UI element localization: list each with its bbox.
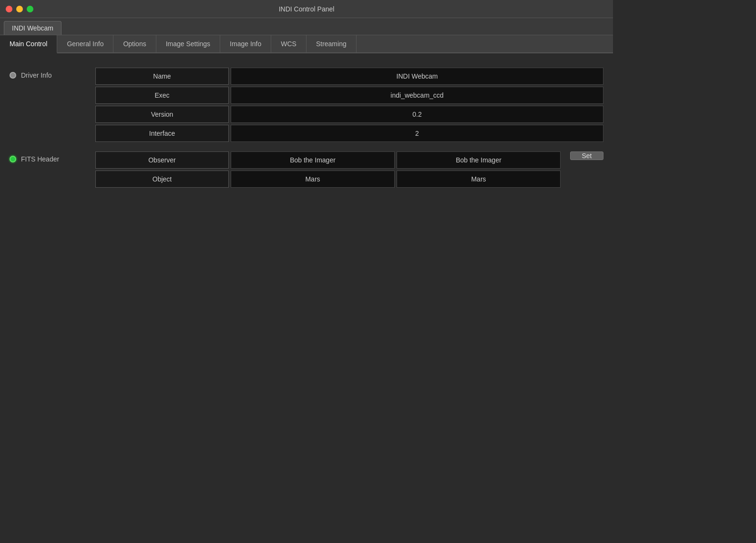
close-button[interactable] [6,6,12,12]
exec-field-label: Exec [95,87,229,104]
tab-bar: Main Control General Info Options Image … [0,35,613,53]
minimize-button[interactable] [16,6,23,12]
table-row: Version 0.2 [95,106,603,123]
fits-header-rows: Observer Bob the Imager Bob the Imager O… [95,151,561,188]
fits-header-status-dot [10,156,16,162]
name-field-label: Name [95,68,229,85]
object-value1[interactable]: Mars [231,171,395,188]
device-tab-indi-webcam[interactable]: INDI Webcam [4,21,61,35]
tab-options[interactable]: Options [113,35,156,52]
table-row: Exec indi_webcam_ccd [95,87,603,104]
fits-header-label: FITS Header [21,155,59,163]
table-row: Interface 2 [95,125,603,142]
fits-header-section: FITS Header Observer Bob the Imager Bob … [10,151,603,188]
driver-info-rows: Name INDI Webcam Exec indi_webcam_ccd Ve… [95,68,603,142]
observer-field-label: Observer [95,151,229,169]
interface-field-label: Interface [95,125,229,142]
tab-wcs[interactable]: WCS [271,35,306,52]
maximize-button[interactable] [27,6,33,12]
table-row: Observer Bob the Imager Bob the Imager [95,151,561,169]
set-button[interactable]: Set [570,151,603,160]
title-bar: INDI Control Panel [0,0,613,18]
tab-image-settings[interactable]: Image Settings [156,35,220,52]
window-controls [6,6,33,12]
device-tab-bar: INDI Webcam [0,18,613,35]
observer-value1[interactable]: Bob the Imager [231,151,395,169]
observer-value2: Bob the Imager [397,151,561,169]
version-field-value: 0.2 [231,106,603,123]
table-row: Object Mars Mars [95,171,561,188]
object-field-label: Object [95,171,229,188]
fits-header-indicator: FITS Header [10,151,86,163]
tab-image-info[interactable]: Image Info [220,35,271,52]
content-area: Driver Info Name INDI Webcam Exec indi_w… [0,53,613,339]
table-row: Name INDI Webcam [95,68,603,85]
interface-field-value: 2 [231,125,603,142]
object-value2: Mars [397,171,561,188]
driver-info-section: Driver Info Name INDI Webcam Exec indi_w… [10,68,603,142]
window-title: INDI Control Panel [279,5,335,13]
driver-info-indicator: Driver Info [10,68,86,79]
driver-info-status-dot [10,72,16,79]
exec-field-value: indi_webcam_ccd [231,87,603,104]
tab-main-control[interactable]: Main Control [0,35,57,53]
tab-streaming[interactable]: Streaming [306,35,357,52]
name-field-value: INDI Webcam [231,68,603,85]
tab-general-info[interactable]: General Info [57,35,113,52]
version-field-label: Version [95,106,229,123]
driver-info-label: Driver Info [21,71,52,79]
